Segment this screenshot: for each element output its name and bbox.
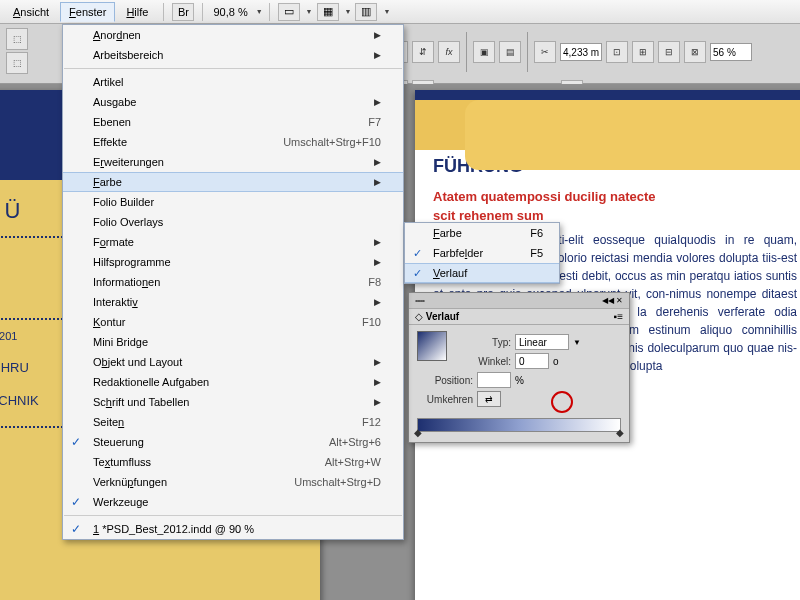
measure-input[interactable] <box>560 43 602 61</box>
crop-icon[interactable]: ✂ <box>534 41 556 63</box>
separator <box>466 32 467 72</box>
menu-informationen[interactable]: InformationenF8 <box>63 272 403 292</box>
fenster-menu: Anordnen▶ Arbeitsbereich▶ Artikel Ausgab… <box>62 24 404 540</box>
menubar: AAnsichtnsicht Fenster Hilfe Br 90,8 %▼ … <box>0 0 800 24</box>
panel-header[interactable]: ••••• ◀◀ ✕ <box>409 293 629 309</box>
zoom-value[interactable]: 90,8 % <box>209 6 251 18</box>
menu-ausgabe[interactable]: Ausgabe▶ <box>63 92 403 112</box>
position-input[interactable] <box>477 372 511 388</box>
menu-mini-bridge[interactable]: Mini Bridge <box>63 332 403 352</box>
menu-folio-overlays[interactable]: Folio Overlays <box>63 212 403 232</box>
menu-anordnen[interactable]: Anordnen▶ <box>63 25 403 45</box>
menu-schrift-tabellen[interactable]: Schrift und Tabellen▶ <box>63 392 403 412</box>
umkehren-label: Umkehren <box>417 394 473 405</box>
panel-tab[interactable]: ◇ Verlauf <box>415 311 459 322</box>
submenu-farbe[interactable]: FarbeF6 <box>405 223 559 243</box>
chevron-down-icon[interactable]: ▼ <box>256 8 263 15</box>
reverse-button[interactable]: ⇄ <box>477 391 501 407</box>
wrap-icon[interactable]: ▣ <box>473 41 495 63</box>
fit-icon[interactable]: ⊞ <box>632 41 654 63</box>
fit-icon[interactable]: ⊟ <box>658 41 680 63</box>
menu-steuerung[interactable]: ✓SteuerungAlt+Strg+6 <box>63 432 403 452</box>
gradient-swatch[interactable] <box>417 331 447 361</box>
fit-icon[interactable]: ⊠ <box>684 41 706 63</box>
menu-verknuepfungen[interactable]: VerknüpfungenUmschalt+Strg+D <box>63 472 403 492</box>
menu-hilfsprogramme[interactable]: Hilfsprogramme▶ <box>63 252 403 272</box>
menu-formate[interactable]: Formate▶ <box>63 232 403 252</box>
bridge-button[interactable]: Br <box>172 3 194 21</box>
menu-artikel[interactable]: Artikel <box>63 72 403 92</box>
gradient-ramp[interactable] <box>417 418 621 432</box>
menu-seiten[interactable]: SeitenF12 <box>63 412 403 432</box>
drag-icon[interactable]: ••••• <box>415 296 424 305</box>
subhead: scit rehenem sum <box>433 208 797 223</box>
verlauf-panel: ••••• ◀◀ ✕ ◇ Verlauf▪≡ Typ:▼ Winkel:o Po… <box>408 292 630 443</box>
wrap-icon[interactable]: ▤ <box>499 41 521 63</box>
menu-redaktionelle[interactable]: Redaktionelle Aufgaben▶ <box>63 372 403 392</box>
percent-input[interactable] <box>710 43 752 61</box>
fx-icon[interactable]: fx <box>438 41 460 63</box>
separator <box>202 3 203 21</box>
menu-hilfe[interactable]: Hilfe <box>117 2 157 22</box>
fit-icon[interactable]: ⊡ <box>606 41 628 63</box>
submenu-verlauf[interactable]: ✓Verlauf <box>405 263 559 283</box>
collapse-icon[interactable]: ◀◀ ✕ <box>602 296 623 305</box>
view-button[interactable]: ▥ <box>355 3 377 21</box>
flip-v-icon[interactable]: ⇵ <box>412 41 434 63</box>
chevron-down-icon[interactable]: ▼ <box>345 8 352 15</box>
align-icon[interactable]: ⬚ <box>6 28 28 50</box>
submenu-farbfelder[interactable]: ✓FarbfelderF5 <box>405 243 559 263</box>
winkel-input[interactable] <box>515 353 549 369</box>
typ-select[interactable] <box>515 334 569 350</box>
menu-textumfluss[interactable]: TextumflussAlt+Strg+W <box>63 452 403 472</box>
chevron-down-icon[interactable]: ▼ <box>573 338 581 347</box>
menu-ebenen[interactable]: EbenenF7 <box>63 112 403 132</box>
menu-farbe[interactable]: Farbe▶ <box>63 172 403 192</box>
chevron-down-icon[interactable]: ▼ <box>306 8 313 15</box>
separator <box>527 32 528 72</box>
menu-arbeitsbereich[interactable]: Arbeitsbereich▶ <box>63 45 403 65</box>
screen-mode-button[interactable]: ▭ <box>278 3 300 21</box>
chevron-down-icon[interactable]: ▼ <box>383 8 390 15</box>
subhead: Atatem quatempossi ducilig natecte <box>433 189 797 204</box>
menu-effekte[interactable]: EffekteUmschalt+Strg+F10 <box>63 132 403 152</box>
menu-erweiterungen[interactable]: Erweiterungen▶ <box>63 152 403 172</box>
menu-ansicht[interactable]: AAnsichtnsicht <box>4 2 58 22</box>
arrange-button[interactable]: ▦ <box>317 3 339 21</box>
typ-label: Typ: <box>455 337 511 348</box>
menu-fenster[interactable]: Fenster <box>60 2 115 22</box>
farbe-submenu: FarbeF6 ✓FarbfelderF5 ✓Verlauf <box>404 222 560 284</box>
winkel-label: Winkel: <box>455 356 511 367</box>
menu-window-1[interactable]: ✓1 *PSD_Best_2012.indd @ 90 % <box>63 519 403 539</box>
panel-menu-icon[interactable]: ▪≡ <box>614 311 623 322</box>
menu-kontur[interactable]: KonturF10 <box>63 312 403 332</box>
menu-folio-builder[interactable]: Folio Builder <box>63 192 403 212</box>
position-label: Position: <box>417 375 473 386</box>
menu-interaktiv[interactable]: Interaktiv▶ <box>63 292 403 312</box>
align-icon[interactable]: ⬚ <box>6 52 28 74</box>
menu-werkzeuge[interactable]: ✓Werkzeuge <box>63 492 403 512</box>
separator <box>269 3 270 21</box>
separator <box>163 3 164 21</box>
menu-objekt-layout[interactable]: Objekt und Layout▶ <box>63 352 403 372</box>
